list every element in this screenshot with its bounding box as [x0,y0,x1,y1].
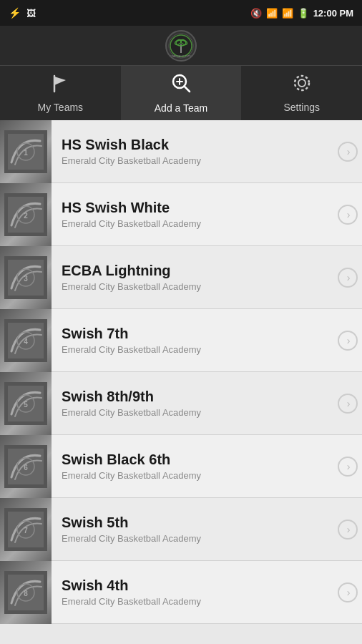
add-team-label: Add a Team [155,102,207,114]
team-item[interactable]: 7 Swish 5th Emerald City Basketball Acad… [0,498,362,561]
team-name: ECBA Lightning [62,263,323,279]
team-chevron[interactable]: › [333,582,362,602]
header-logo: EMERALD CITY [0,26,362,65]
team-name: Swish 8th/9th [62,389,323,405]
team-logo-svg: 2 [4,193,47,236]
chevron-circle: › [338,331,358,351]
team-org: Emerald City Basketball Academy [62,533,323,544]
team-info: Swish Black 6th Emerald City Basketball … [52,452,333,481]
team-chevron[interactable]: › [333,519,362,540]
status-left-icons: ⚡ 🖼 [9,7,36,19]
team-logo-svg: 1 [4,130,47,173]
team-info: ECBA Lightning Emerald City Basketball A… [52,263,333,292]
svg-text:3: 3 [24,275,28,283]
team-info: Swish 7th Emerald City Basketball Academ… [52,326,333,355]
team-name: HS Swish White [62,200,323,216]
team-org: Emerald City Basketball Academy [62,596,323,607]
tab-add-team[interactable]: Add a Team [121,66,242,120]
team-logo-svg: 4 [4,319,47,362]
signal-icon: 📶 [282,8,293,19]
mute-icon: 🔇 [250,8,262,19]
tab-my-teams[interactable]: My Teams [0,66,121,120]
team-org: Emerald City Basketball Academy [62,281,323,292]
svg-text:2: 2 [24,212,28,220]
team-org: Emerald City Basketball Academy [62,470,323,481]
team-logo-svg: 7 [4,508,47,551]
chevron-right-icon: › [347,146,351,157]
team-logo-svg: 3 [4,256,47,299]
chevron-circle: › [338,519,358,540]
team-item[interactable]: 6 Swish Black 6th Emerald City Basketbal… [0,435,362,498]
team-org: Emerald City Basketball Academy [62,344,323,355]
team-org: Emerald City Basketball Academy [62,218,323,229]
chevron-circle: › [338,205,358,225]
wifi-icon: 📶 [266,8,278,19]
status-right-icons: 🔇 📶 📶 🔋 12:00 PM [250,8,353,19]
my-teams-label: My Teams [38,102,84,113]
team-chevron[interactable]: › [333,142,362,162]
chevron-circle: › [338,582,358,602]
logo-svg: EMERALD CITY [168,33,194,59]
team-thumbnail: 6 [0,435,52,498]
team-info: Swish 8th/9th Emerald City Basketball Ac… [52,389,333,418]
chevron-right-icon: › [347,209,351,220]
battery-icon: 🔋 [298,8,309,19]
team-info: HS Swish Black Emerald City Basketball A… [52,137,333,166]
svg-text:EMERALD CITY: EMERALD CITY [170,54,192,58]
team-chevron[interactable]: › [333,205,362,225]
team-chevron[interactable]: › [333,331,362,351]
status-bar: ⚡ 🖼 🔇 📶 📶 🔋 12:00 PM [0,0,362,26]
team-name: Swish 5th [62,514,323,531]
team-name: Swish Black 6th [62,452,323,468]
gear-icon [292,73,312,98]
flag-icon [50,73,70,98]
nav-tabs: My Teams Add a Team Settings [0,65,362,120]
team-thumbnail: 7 [0,498,52,561]
chevron-right-icon: › [347,398,351,409]
team-org: Emerald City Basketball Academy [62,155,323,166]
chevron-right-icon: › [347,272,351,283]
team-name: Swish 7th [62,326,323,342]
team-name: Swish 4th [62,577,323,594]
team-thumbnail: 5 [0,372,52,435]
svg-text:8: 8 [24,590,28,597]
svg-text:6: 6 [24,464,28,472]
app-logo: EMERALD CITY [165,30,197,62]
svg-text:7: 7 [24,527,28,535]
chevron-circle: › [338,268,358,288]
team-info: Swish 5th Emerald City Basketball Academ… [52,514,333,544]
chevron-right-icon: › [347,524,351,535]
usb-icon: ⚡ [9,7,21,19]
search-plus-icon [170,72,192,99]
svg-point-13 [298,79,305,87]
team-thumbnail: 1 [0,120,52,183]
team-item[interactable]: 8 Swish 4th Emerald City Basketball Acad… [0,561,362,624]
chevron-right-icon: › [347,461,351,472]
chevron-circle: › [338,142,358,162]
team-logo-svg: 5 [4,382,47,425]
team-org: Emerald City Basketball Academy [62,407,323,418]
team-thumbnail: 3 [0,246,52,309]
svg-point-14 [295,76,309,90]
team-item[interactable]: 2 HS Swish White Emerald City Basketball… [0,183,362,246]
team-item[interactable]: 3 ECBA Lightning Emerald City Basketball… [0,246,362,309]
tab-settings[interactable]: Settings [241,66,362,120]
screenshot-icon: 🖼 [26,8,36,19]
team-info: HS Swish White Emerald City Basketball A… [52,200,333,229]
team-item[interactable]: 1 HS Swish Black Emerald City Basketball… [0,120,362,183]
team-chevron[interactable]: › [333,268,362,288]
team-thumbnail: 2 [0,183,52,246]
team-chevron[interactable]: › [333,457,362,477]
svg-text:5: 5 [24,401,28,409]
settings-label: Settings [283,102,320,113]
team-item[interactable]: 5 Swish 8th/9th Emerald City Basketball … [0,372,362,435]
svg-marker-8 [54,77,66,85]
time-display: 12:00 PM [313,8,353,19]
chevron-circle: › [338,394,358,414]
team-thumbnail: 8 [0,561,52,624]
team-item[interactable]: 4 Swish 7th Emerald City Basketball Acad… [0,309,362,372]
chevron-right-icon: › [347,335,351,346]
svg-line-10 [185,87,190,92]
team-name: HS Swish Black [62,137,323,153]
team-chevron[interactable]: › [333,394,362,414]
